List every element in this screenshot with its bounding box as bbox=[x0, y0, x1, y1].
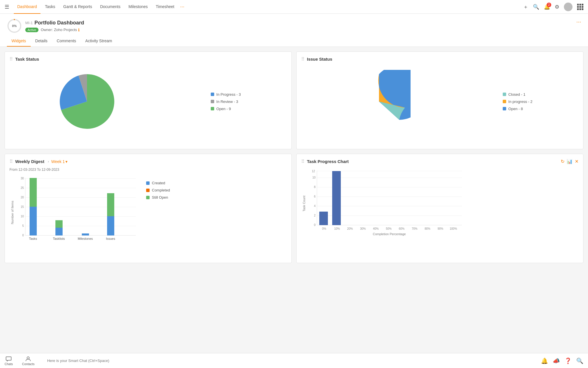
svg-text:8: 8 bbox=[314, 185, 316, 189]
legend-dot-open-issue bbox=[503, 107, 506, 110]
nav-dashboard[interactable]: Dashboard bbox=[14, 0, 40, 14]
svg-text:30%: 30% bbox=[360, 227, 366, 230]
nav-gantt[interactable]: Gantt & Reports bbox=[60, 0, 95, 14]
nav-milestones[interactable]: Milestones bbox=[125, 0, 151, 14]
svg-text:30: 30 bbox=[21, 177, 24, 180]
svg-text:12: 12 bbox=[312, 170, 315, 173]
svg-text:100%: 100% bbox=[450, 227, 457, 230]
progress-text: 0% bbox=[12, 24, 17, 28]
svg-rect-22 bbox=[55, 220, 63, 228]
tab-details[interactable]: Details bbox=[31, 36, 52, 47]
legend-dot-still-open bbox=[146, 196, 150, 199]
tab-comments[interactable]: Comments bbox=[52, 36, 81, 47]
page-tabs: Widgets Details Comments Activity Stream bbox=[7, 36, 581, 47]
drag-handle-task-status[interactable]: ⠿ bbox=[9, 56, 13, 62]
drag-handle-progress[interactable]: ⠿ bbox=[301, 159, 305, 164]
legend-label-closed: Closed - 1 bbox=[508, 92, 525, 97]
project-id: MI-1 bbox=[25, 21, 33, 25]
drag-handle-issue-status[interactable]: ⠿ bbox=[301, 56, 305, 62]
project-title: Portfolio Dashboard bbox=[34, 20, 84, 26]
svg-text:20%: 20% bbox=[347, 227, 353, 230]
legend-label-inprogress-issue: In progress - 2 bbox=[508, 99, 533, 104]
tab-widgets[interactable]: Widgets bbox=[7, 36, 31, 47]
svg-text:10: 10 bbox=[21, 215, 24, 218]
svg-rect-18 bbox=[30, 207, 37, 235]
weekly-digest-widget: ⠿ Weekly Digest › Week 1 ▾ From 12-03-20… bbox=[5, 154, 292, 263]
svg-text:0%: 0% bbox=[322, 227, 326, 230]
project-more-button[interactable]: ··· bbox=[576, 18, 581, 25]
legend-dot-closed bbox=[503, 93, 506, 96]
svg-text:25: 25 bbox=[21, 186, 24, 189]
svg-text:Task Count: Task Count bbox=[302, 195, 306, 211]
chart-actions: ↻ 📊 ✕ bbox=[561, 159, 579, 164]
owner-label: Owner: bbox=[41, 28, 53, 32]
week-selector[interactable]: Week 1 ▾ bbox=[51, 159, 67, 164]
svg-text:20: 20 bbox=[21, 196, 24, 199]
svg-text:10%: 10% bbox=[334, 227, 340, 230]
task-progress-bar-chart: Task Count 0 2 4 6 8 10 12 0% 10% 20% 30… bbox=[301, 168, 468, 242]
svg-text:15: 15 bbox=[21, 205, 24, 208]
main-content: ⠿ Task Status In Progress - 3 bbox=[0, 47, 588, 268]
legend-dot-inprogress-issue bbox=[503, 100, 506, 103]
svg-text:6: 6 bbox=[314, 195, 316, 198]
progress-circle: 0% bbox=[7, 18, 22, 33]
svg-rect-57 bbox=[319, 212, 328, 225]
svg-rect-58 bbox=[332, 171, 341, 225]
task-status-widget: ⠿ Task Status In Progress - 3 bbox=[5, 51, 292, 149]
top-nav: ☰ Dashboard Tasks Gantt & Reports Docume… bbox=[0, 0, 588, 14]
hamburger-icon[interactable]: ☰ bbox=[5, 4, 9, 10]
svg-text:Tasklists: Tasklists bbox=[53, 237, 65, 240]
legend-dot-completed bbox=[146, 189, 150, 192]
legend-label-created: Created bbox=[152, 181, 165, 185]
svg-rect-19 bbox=[30, 178, 37, 207]
legend-dot-open bbox=[211, 107, 214, 110]
nav-tasks[interactable]: Tasks bbox=[42, 0, 59, 14]
add-icon[interactable]: ＋ bbox=[523, 3, 528, 10]
svg-rect-21 bbox=[55, 228, 63, 235]
nav-more-button[interactable]: ··· bbox=[180, 4, 184, 10]
chart-type-button[interactable]: 📊 bbox=[567, 159, 572, 164]
refresh-button[interactable]: ↻ bbox=[561, 159, 564, 164]
close-widget-button[interactable]: ✕ bbox=[575, 159, 579, 164]
svg-text:0: 0 bbox=[314, 223, 316, 227]
nav-links: Dashboard Tasks Gantt & Reports Document… bbox=[14, 0, 523, 14]
legend-dot-created bbox=[146, 181, 150, 185]
issue-status-widget: ⠿ Issue Status Closed - 1 bbox=[296, 51, 583, 149]
svg-text:Number of Items: Number of Items bbox=[11, 201, 14, 224]
notifications-icon[interactable]: 🔔 2 bbox=[544, 4, 550, 10]
search-icon[interactable]: 🔍 bbox=[533, 4, 539, 10]
info-icon[interactable]: ℹ bbox=[78, 28, 80, 32]
issue-status-title: Issue Status bbox=[307, 57, 332, 62]
nav-timesheet[interactable]: Timesheet bbox=[152, 0, 178, 14]
legend-label-inreview: In Review - 3 bbox=[216, 99, 238, 104]
tab-activity-stream[interactable]: Activity Stream bbox=[81, 36, 117, 47]
legend-label-completed: Completed bbox=[152, 188, 170, 192]
svg-rect-24 bbox=[82, 233, 89, 235]
legend-dot-inreview bbox=[211, 100, 214, 103]
svg-rect-27 bbox=[107, 193, 114, 216]
svg-text:Completion Percentage: Completion Percentage bbox=[373, 232, 406, 236]
date-range: From 12-03-2023 To 12-09-2023 bbox=[9, 168, 287, 172]
svg-text:Tasks: Tasks bbox=[29, 237, 37, 240]
drag-handle-weekly-digest[interactable]: ⠿ bbox=[9, 159, 13, 164]
settings-icon[interactable]: ⚙ bbox=[555, 4, 559, 10]
svg-rect-26 bbox=[107, 216, 114, 235]
nav-documents[interactable]: Documents bbox=[97, 0, 124, 14]
svg-text:80%: 80% bbox=[425, 227, 430, 230]
project-header: 0% MI-1 Portfolio Dashboard Active Owner… bbox=[0, 14, 588, 47]
svg-text:40%: 40% bbox=[373, 227, 379, 230]
user-avatar[interactable] bbox=[564, 3, 572, 11]
breadcrumb-arrow: › bbox=[48, 160, 49, 164]
svg-text:4: 4 bbox=[314, 204, 316, 208]
legend-dot-inprogress bbox=[211, 93, 214, 96]
legend-label-open-issue: Open - 8 bbox=[508, 107, 523, 111]
legend-label-still-open: Still Open bbox=[152, 195, 168, 200]
svg-text:0: 0 bbox=[22, 234, 24, 237]
task-status-title: Task Status bbox=[15, 57, 39, 62]
owner-value: Zoho Projects bbox=[54, 28, 77, 32]
legend-label-inprogress: In Progress - 3 bbox=[216, 92, 241, 97]
task-progress-widget: ⠿ Task Progress Chart ↻ 📊 ✕ Task Count 0… bbox=[296, 154, 583, 263]
issue-status-legend: Closed - 1 In progress - 2 Open - 8 bbox=[503, 92, 533, 111]
apps-icon[interactable] bbox=[577, 4, 583, 10]
weekly-digest-title: Weekly Digest bbox=[15, 159, 44, 164]
